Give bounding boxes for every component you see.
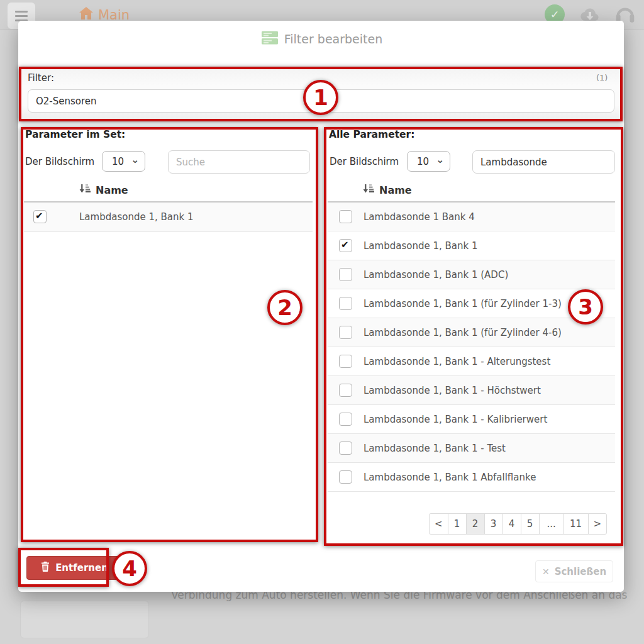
all-page-size-select[interactable]: 10 ⌄: [407, 151, 450, 172]
row-checkbox[interactable]: [339, 239, 352, 252]
table-row[interactable]: Lambdasonde 1 Bank 4: [328, 203, 615, 231]
filter-label: Filter:: [28, 72, 54, 84]
row-checkbox[interactable]: [339, 326, 352, 339]
all-page-size-value: 10: [417, 156, 429, 167]
remove-button-label: Entfernen: [55, 562, 108, 574]
row-label: Lambdasonde 1, Bank 1: [79, 203, 193, 231]
all-name-column-header[interactable]: Name: [363, 184, 412, 196]
chevron-down-icon: ⌄: [131, 154, 139, 165]
table-row[interactable]: Lambdasonde 1, Bank 1 - Test: [328, 434, 615, 463]
filter-count-badge: (1): [596, 73, 608, 82]
pagination-ellipsis: ...: [539, 513, 564, 535]
all-page-size-label: Der Bildschirm: [330, 156, 399, 167]
set-panel-heading: Parameter im Set:: [25, 129, 125, 140]
row-label: Lambdasonde 1, Bank 1 - Höchstwert: [364, 376, 541, 405]
pagination-page-1[interactable]: 1: [448, 513, 467, 535]
background-page-panel: [20, 601, 149, 638]
row-label: Lambdasonde 1, Bank 1 (für Zylinder 4-6): [364, 318, 562, 347]
table-row[interactable]: Lambdasonde 1, Bank 1 (für Zylinder 4-6): [328, 318, 615, 347]
row-label: Lambdasonde 1 Bank 4: [364, 203, 475, 231]
table-row[interactable]: Lambdasonde 1, Bank 1: [328, 231, 615, 260]
set-page-size-value: 10: [112, 156, 124, 167]
row-label: Lambdasonde 1, Bank 1 - Test: [364, 434, 506, 463]
table-row[interactable]: Lambdasonde 1, Bank 1 (für Zylinder 1-3): [328, 289, 615, 318]
all-search-input[interactable]: [472, 150, 615, 174]
row-label: Lambdasonde 1, Bank 1 - Alterungstest: [364, 347, 550, 376]
pagination-page-5[interactable]: 5: [521, 513, 540, 535]
set-search-input[interactable]: [168, 150, 310, 174]
table-row[interactable]: Lambdasonde 1, Bank 1 - Alterungstest: [328, 347, 615, 376]
row-checkbox[interactable]: [339, 470, 352, 484]
column-label: Name: [96, 184, 128, 196]
set-name-column-header[interactable]: Name: [79, 184, 128, 196]
column-label: Name: [379, 184, 412, 196]
row-label: Lambdasonde 1, Bank 1 (für Zylinder 1-3): [364, 289, 562, 318]
row-checkbox[interactable]: [339, 441, 352, 455]
row-checkbox[interactable]: [339, 413, 352, 426]
table-row[interactable]: Lambdasonde 1, Bank 1 Abfallflanke: [328, 463, 615, 492]
table-row[interactable]: Lambdasonde 1, Bank 1 - Höchstwert: [328, 376, 615, 405]
chevron-down-icon: ⌄: [436, 154, 444, 165]
pagination-page-4[interactable]: 4: [502, 513, 521, 535]
sort-icon: [79, 184, 91, 196]
row-checkbox[interactable]: [339, 297, 352, 310]
pagination-page-3[interactable]: 3: [484, 513, 503, 535]
row-checkbox[interactable]: [339, 268, 352, 281]
set-page-size-select[interactable]: 10 ⌄: [102, 151, 145, 172]
row-checkbox[interactable]: [339, 384, 352, 397]
list-stack-icon: [262, 30, 278, 48]
brand-label: Main: [98, 8, 130, 23]
row-label: Lambdasonde 1, Bank 1: [364, 231, 477, 260]
pagination: < 1 2 3 4 5 ... 11 >: [429, 513, 607, 535]
row-checkbox[interactable]: [339, 355, 352, 368]
row-label: Lambdasonde 1, Bank 1 Abfallflanke: [364, 463, 536, 492]
close-icon: ✕: [542, 567, 550, 577]
hamburger-icon: [15, 11, 28, 13]
sort-icon: [363, 184, 374, 196]
row-checkbox[interactable]: [339, 210, 352, 223]
row-label: Lambdasonde 1, Bank 1 - Kalibrierwert: [364, 405, 547, 434]
close-button[interactable]: ✕ Schließen: [535, 560, 613, 582]
page: Main ✓ Verbindung zum Auto herstellen. W…: [0, 0, 644, 644]
modal-title: Filter bearbeiten: [0, 30, 644, 48]
remove-button[interactable]: Entfernen: [26, 556, 123, 580]
table-row[interactable]: Lambdasonde 1, Bank 1: [24, 203, 313, 232]
close-button-label: Schließen: [555, 566, 606, 577]
pagination-prev[interactable]: <: [429, 513, 448, 535]
table-row[interactable]: Lambdasonde 1, Bank 1 - Kalibrierwert: [328, 405, 615, 434]
table-row[interactable]: Lambdasonde 1, Bank 1 (ADC): [328, 260, 615, 289]
set-page-size-label: Der Bildschirm: [25, 156, 94, 167]
pagination-page-11[interactable]: 11: [564, 513, 589, 535]
trash-icon: [41, 562, 50, 574]
pagination-page-2-active[interactable]: 2: [466, 513, 485, 535]
row-label: Lambdasonde 1, Bank 1 (ADC): [364, 260, 508, 289]
modal-title-text: Filter bearbeiten: [284, 32, 383, 46]
filter-name-input[interactable]: [28, 89, 614, 113]
row-checkbox[interactable]: [33, 210, 47, 223]
pagination-next[interactable]: >: [588, 513, 608, 535]
all-panel-heading: Alle Parameter:: [329, 129, 414, 140]
